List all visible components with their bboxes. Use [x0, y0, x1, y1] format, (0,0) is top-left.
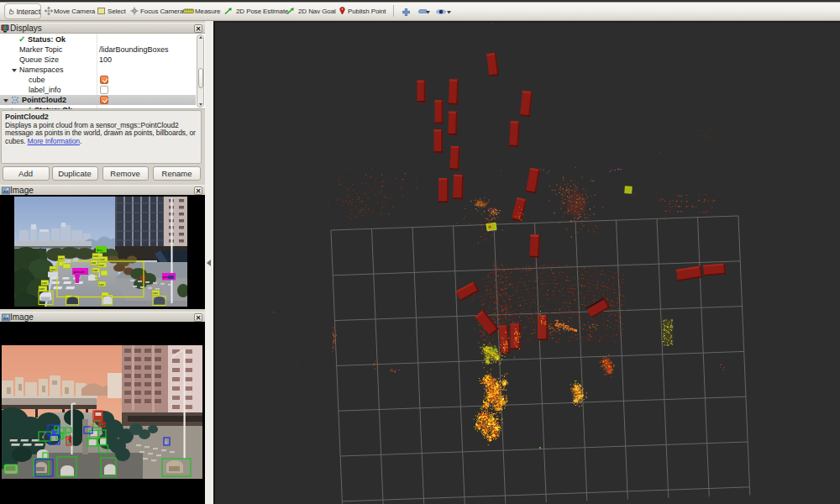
svg-text:car: car [39, 286, 45, 291]
svg-text:car: car [93, 254, 98, 258]
svg-text:car: car [59, 256, 64, 260]
svg-text:0: 0 [165, 440, 167, 445]
svg-text:person: person [74, 270, 85, 274]
svg-text:car: car [92, 260, 97, 265]
svg-text:car: car [153, 291, 158, 295]
svg-text:car: car [42, 281, 47, 285]
svg-text:bus: bus [97, 248, 103, 252]
svg-text:car: car [50, 267, 55, 271]
svg-text:car: car [99, 263, 104, 267]
svg-text:car: car [93, 268, 98, 272]
svg-text:car: car [99, 282, 104, 286]
svg-text:car: car [100, 257, 105, 261]
